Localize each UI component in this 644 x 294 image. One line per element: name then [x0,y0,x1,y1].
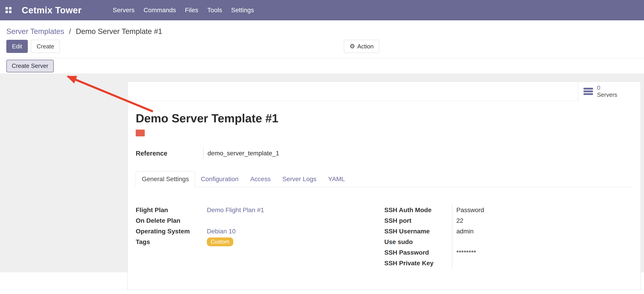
use-sudo-label: Use sudo [384,237,452,247]
field-row-ssh-password: SSH Password ******** [384,247,547,258]
menu-item-settings[interactable]: Settings [226,0,258,20]
operating-system-label: Operating System [136,226,207,237]
tag-badge-custom[interactable]: Custom [207,237,233,246]
use-sudo-value [452,237,547,247]
action-button[interactable]: ⚙ Action [344,40,379,53]
tab-general-settings[interactable]: General Settings [136,171,195,187]
edit-button[interactable]: Edit [6,40,28,53]
notebook-tabs: General Settings Configuration Access Se… [136,171,632,187]
control-panel: Server Templates / Demo Server Template … [0,20,644,58]
field-row-flight-plan: Flight Plan Demo Flight Plan #1 [136,205,264,215]
breadcrumb-separator: / [69,27,71,36]
field-row-ssh-username: SSH Username admin [384,226,547,237]
create-server-button[interactable]: Create Server [6,60,54,72]
apps-grid-dot [6,7,8,10]
form-body: Demo Server Template #1 Reference demo_s… [128,111,640,272]
action-button-label: Action [357,43,374,50]
ssh-password-value: ******** [452,247,547,258]
tab-yaml[interactable]: YAML [322,172,351,187]
servers-count: 0 [597,84,617,91]
menu-item-commands[interactable]: Commands [139,0,180,20]
operating-system-link[interactable]: Debian 10 [207,228,236,235]
flight-plan-label: Flight Plan [136,205,207,215]
breadcrumb: Server Templates / Demo Server Template … [0,20,644,36]
server-template-form: 0 Servers Demo Server Template #1 Refere… [127,81,641,290]
create-button[interactable]: Create [31,40,60,53]
field-row-ssh-port: SSH port 22 [384,215,547,226]
ssh-auth-mode-label: SSH Auth Mode [384,205,452,215]
tags-label: Tags [136,237,207,247]
menu-item-tools[interactable]: Tools [203,0,226,20]
left-field-group: Flight Plan Demo Flight Plan #1 On Delet… [136,205,264,247]
ssh-username-value: admin [452,226,547,237]
apps-grid-dot [9,7,12,10]
ssh-username-label: SSH Username [384,226,452,237]
flight-plan-link[interactable]: Demo Flight Plan #1 [207,207,264,214]
ssh-private-key-label: SSH Private Key [384,258,452,268]
ssh-password-label: SSH Password [384,247,452,258]
ssh-private-key-value [452,258,547,268]
servers-icon [584,88,593,95]
create-server-strip: Create Server [0,58,644,74]
tab-configuration[interactable]: Configuration [195,172,244,187]
field-row-ssh-auth-mode: SSH Auth Mode Password [384,205,547,215]
field-row-operating-system: Operating System Debian 10 [136,226,264,237]
field-row-tags: Tags Custom [136,237,264,247]
reference-value: demo_server_template_1 [203,147,279,160]
apps-grid-dot [6,11,8,13]
breadcrumb-parent-link[interactable]: Server Templates [6,27,64,36]
page-title: Demo Server Template #1 [136,111,632,125]
field-groups: Flight Plan Demo Flight Plan #1 On Delet… [136,205,632,272]
breadcrumb-current: Demo Server Template #1 [76,27,162,36]
brand-title[interactable]: Cetmix Tower [22,5,82,15]
menu-item-files[interactable]: Files [180,0,203,20]
top-navbar: Cetmix Tower Servers Commands Files Tool… [0,0,644,20]
field-row-use-sudo: Use sudo [384,237,547,247]
reference-label: Reference [136,147,203,160]
servers-stat-button[interactable]: 0 Servers [578,82,640,101]
menu-item-servers[interactable]: Servers [108,0,139,20]
ssh-port-label: SSH port [384,215,452,226]
ssh-auth-mode-value: Password [452,205,547,215]
reference-field-row: Reference demo_server_template_1 [136,147,632,160]
field-row-on-delete-plan: On Delete Plan [136,215,264,226]
servers-label: Servers [597,91,617,98]
servers-stat-text: 0 Servers [597,84,617,98]
right-field-group: SSH Auth Mode Password SSH port 22 SSH U… [384,205,547,268]
color-swatch[interactable] [136,129,145,136]
tab-access[interactable]: Access [244,172,276,187]
apps-grid-icon[interactable] [6,7,12,13]
field-row-ssh-private-key: SSH Private Key [384,258,547,268]
form-header-strip: 0 Servers [128,82,640,101]
gear-icon: ⚙ [350,43,355,50]
tab-server-logs[interactable]: Server Logs [276,172,322,187]
button-toolbar: Edit Create ⚙ Action [6,40,644,53]
ssh-port-value: 22 [452,215,547,226]
apps-grid-dot [9,11,12,13]
on-delete-plan-label: On Delete Plan [136,215,207,226]
main-menu: Servers Commands Files Tools Settings [108,0,258,20]
